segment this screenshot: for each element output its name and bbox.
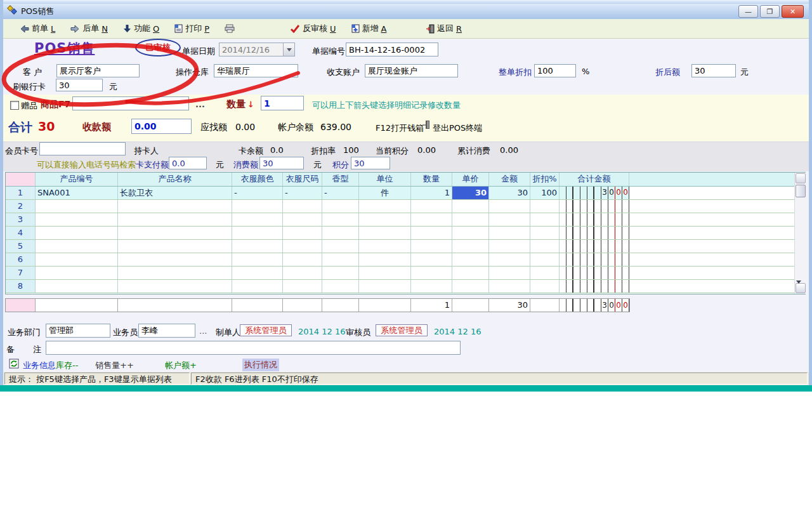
column-header-no[interactable] bbox=[6, 173, 36, 186]
printer-button[interactable] bbox=[222, 22, 237, 35]
cell-code[interactable] bbox=[36, 200, 118, 213]
product-input[interactable] bbox=[72, 96, 189, 110]
cell-name[interactable] bbox=[118, 267, 232, 279]
cell-no[interactable]: 6 bbox=[6, 253, 36, 266]
cell-discount[interactable] bbox=[530, 240, 560, 253]
cell-code[interactable] bbox=[36, 267, 118, 279]
cell-amount[interactable]: 30 bbox=[489, 187, 530, 199]
cell-unit[interactable] bbox=[359, 253, 411, 266]
cell-price[interactable] bbox=[452, 200, 489, 213]
cell-color[interactable] bbox=[232, 200, 283, 213]
product-more-button[interactable]: ... bbox=[195, 100, 205, 109]
cell-price[interactable] bbox=[452, 213, 489, 226]
cell-price[interactable] bbox=[452, 227, 489, 239]
cell-unit[interactable]: 件 bbox=[359, 187, 411, 199]
column-header-scent[interactable]: 香型 bbox=[322, 173, 359, 186]
cell-size[interactable] bbox=[283, 267, 322, 279]
cell-size[interactable] bbox=[283, 213, 322, 226]
cell-qty[interactable] bbox=[411, 280, 452, 293]
table-scrollbar[interactable] bbox=[794, 173, 806, 294]
cell-size[interactable] bbox=[283, 253, 322, 266]
cell-amount[interactable] bbox=[489, 253, 530, 266]
qty-input[interactable] bbox=[261, 96, 304, 110]
dept-input[interactable] bbox=[46, 324, 110, 338]
warehouse-input[interactable] bbox=[214, 64, 298, 77]
table-row[interactable]: 4 bbox=[6, 227, 805, 240]
maximize-button[interactable]: ❐ bbox=[760, 5, 780, 18]
cell-unit[interactable] bbox=[359, 280, 411, 293]
cell-code[interactable] bbox=[36, 240, 118, 253]
return-button[interactable]: 返回R bbox=[423, 21, 464, 36]
execution-status-link[interactable]: 执行情况 bbox=[242, 359, 279, 371]
account-amount-link[interactable]: 帐户额+ bbox=[165, 360, 197, 371]
functions-button[interactable]: 功能O bbox=[121, 21, 162, 36]
cell-code[interactable] bbox=[36, 280, 118, 293]
cell-qty[interactable] bbox=[411, 267, 452, 279]
cell-scent[interactable] bbox=[322, 227, 359, 239]
cell-unit[interactable] bbox=[359, 200, 411, 213]
cell-qty[interactable] bbox=[411, 200, 452, 213]
doc-date-picker[interactable]: 2014/12/16 bbox=[219, 43, 295, 56]
cell-color[interactable] bbox=[232, 213, 283, 226]
new-doc-button[interactable]: 新增A bbox=[349, 21, 390, 36]
column-header-discount[interactable]: 折扣% bbox=[530, 173, 560, 186]
cell-unit[interactable] bbox=[359, 240, 411, 253]
cell-amount[interactable] bbox=[489, 280, 530, 293]
cell-color[interactable] bbox=[232, 267, 283, 279]
column-header-amount[interactable]: 金额 bbox=[489, 173, 530, 186]
close-button[interactable]: ✕ bbox=[782, 5, 804, 18]
minimize-button[interactable]: — bbox=[738, 5, 758, 18]
column-header-color[interactable]: 衣服颜色 bbox=[232, 173, 283, 186]
prev-doc-button[interactable]: 前单L bbox=[17, 21, 58, 36]
discounted-input[interactable] bbox=[691, 64, 736, 77]
table-row[interactable]: 7 bbox=[6, 267, 805, 280]
column-header-price[interactable]: 单价 bbox=[452, 173, 489, 186]
cell-color[interactable] bbox=[232, 227, 283, 239]
cell-no[interactable]: 3 bbox=[6, 213, 36, 226]
doc-no-input[interactable] bbox=[346, 43, 438, 56]
cell-color[interactable]: - bbox=[232, 187, 283, 199]
cell-code[interactable] bbox=[36, 227, 118, 239]
cell-scent[interactable] bbox=[322, 253, 359, 266]
cell-color[interactable] bbox=[232, 280, 283, 293]
cell-price[interactable] bbox=[452, 253, 489, 266]
scroll-thumb[interactable] bbox=[796, 185, 806, 197]
column-header-name[interactable]: 产品名称 bbox=[118, 173, 232, 186]
sales-volume-link[interactable]: 销售量++ bbox=[95, 360, 134, 371]
cell-scent[interactable] bbox=[322, 200, 359, 213]
cell-code[interactable] bbox=[36, 253, 118, 266]
column-header-size[interactable]: 衣服尺码 bbox=[283, 173, 322, 186]
table-row[interactable]: 3 bbox=[6, 213, 805, 227]
cell-price[interactable]: 30 bbox=[452, 187, 489, 199]
order-discount-input[interactable] bbox=[534, 64, 576, 77]
cell-discount[interactable]: 100 bbox=[530, 187, 560, 199]
received-input[interactable] bbox=[131, 119, 192, 134]
cell-no[interactable]: 1 bbox=[6, 187, 36, 199]
table-row[interactable]: 1SNA001长款卫衣---件130301003000 bbox=[6, 187, 805, 200]
table-row[interactable]: 5 bbox=[6, 240, 805, 253]
points-input[interactable] bbox=[351, 157, 390, 169]
cell-amount[interactable] bbox=[489, 267, 530, 279]
cell-no[interactable]: 4 bbox=[6, 227, 36, 239]
cell-discount[interactable] bbox=[530, 227, 560, 239]
cell-scent[interactable] bbox=[322, 213, 359, 226]
cell-discount[interactable] bbox=[530, 267, 560, 279]
cell-size[interactable] bbox=[283, 200, 322, 213]
cell-discount[interactable] bbox=[530, 280, 560, 293]
print-button[interactable]: 打印P bbox=[172, 21, 212, 36]
cell-amount[interactable] bbox=[489, 240, 530, 253]
cell-scent[interactable] bbox=[322, 280, 359, 293]
cell-unit[interactable] bbox=[359, 267, 411, 279]
column-header-qty[interactable]: 数量 bbox=[411, 173, 452, 186]
clerk-input[interactable] bbox=[138, 324, 195, 338]
cell-name[interactable] bbox=[118, 240, 232, 253]
cell-qty[interactable] bbox=[411, 227, 452, 239]
cell-unit[interactable] bbox=[359, 213, 411, 226]
cell-scent[interactable] bbox=[322, 267, 359, 279]
cell-amount[interactable] bbox=[489, 227, 530, 239]
cell-qty[interactable] bbox=[411, 240, 452, 253]
cell-no[interactable]: 5 bbox=[6, 240, 36, 253]
open-drawer-link[interactable]: F12打开钱箱 bbox=[376, 122, 424, 134]
cell-amount[interactable] bbox=[489, 213, 530, 226]
table-row[interactable]: 6 bbox=[6, 253, 805, 267]
